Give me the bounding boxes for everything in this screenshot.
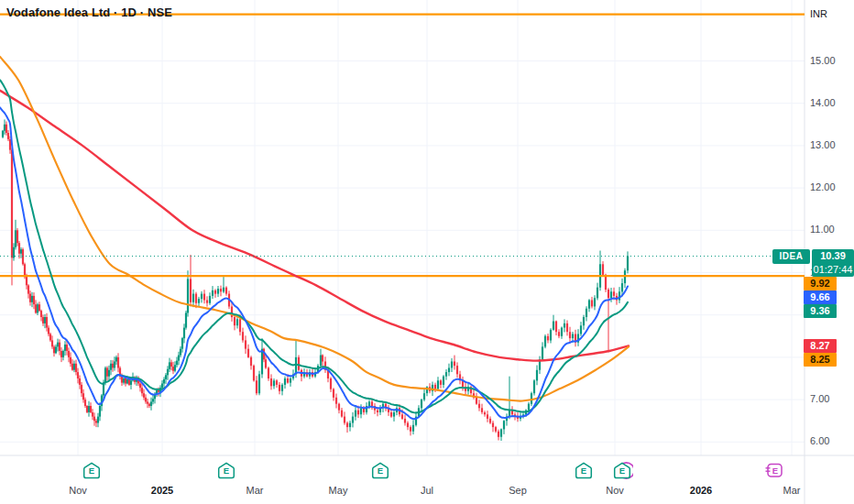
orange-ma-price-label: 8.25 [804,353,837,367]
price-tick-label: 15.00 [810,55,836,66]
time-tick-label: Mar [246,485,264,496]
upcoming-dividend-icon: E [765,462,785,479]
earnings-icon: E [82,462,103,479]
time-tick-label: Mar [783,485,801,496]
earnings-icon: E [217,462,237,479]
earnings-badge[interactable]: E [575,462,595,483]
price-tick-label: 14.00 [810,97,836,108]
svg-text:E: E [580,466,586,476]
current-price-label: 10.3901:27:44 [812,249,854,277]
countdown-timer: 01:27:44 [812,263,854,277]
price-tick-label: 12.00 [810,181,836,192]
chart-plot-area[interactable] [0,0,854,504]
ma-red[interactable] [0,91,629,361]
time-tick-label: 2025 [151,485,173,496]
svg-text:E: E [377,466,382,476]
time-tick-label: Jul [421,485,433,496]
ma-orange[interactable] [0,57,629,401]
time-tick-label: Nov [606,485,624,496]
green-ma-price-label: 9.36 [804,304,837,318]
earnings-with-dividend-badge[interactable]: E [613,462,633,483]
earnings-badge[interactable]: E [217,462,237,483]
earnings-badge[interactable]: E [371,462,391,483]
time-tick-label: May [329,485,348,496]
horizontal-ray-price-label: 9.92 [804,277,837,290]
time-tick-label: Nov [69,485,87,496]
current-price-value: 10.39 [812,249,854,263]
upcoming-dividend-badge[interactable]: E [765,462,785,483]
symbol-legend-title[interactable]: Vodafone Idea Ltd · 1D · NSE [6,5,172,19]
candlestick-series[interactable] [2,119,629,441]
ma-green[interactable] [0,80,628,412]
svg-text:E: E [223,466,228,476]
svg-text:E: E [619,466,624,476]
symbol-price-badge: IDEA [772,249,810,264]
price-tick-label: 6.00 [810,435,829,446]
earnings-icon: E [371,462,391,479]
price-tick-label: 7.00 [810,393,829,404]
blue-ma-price-label: 9.66 [804,290,837,304]
time-tick-label: 2026 [690,485,712,496]
time-tick-label: Sep [509,485,527,496]
red-ma-price-label: 8.27 [804,339,837,353]
svg-text:E: E [88,466,93,476]
price-tick-label: 13.00 [810,139,836,150]
svg-text:E: E [772,466,777,476]
earnings-icon: E [575,462,595,479]
price-tick-label: 11.00 [810,224,835,235]
price-axis-currency-label: INR [810,8,827,19]
trading-chart-window: Vodafone Idea Ltd · 1D · NSE INR 15.0014… [0,0,854,504]
earnings-badge[interactable]: E [82,462,103,483]
earnings-with-dividend-icon: E [613,462,633,479]
